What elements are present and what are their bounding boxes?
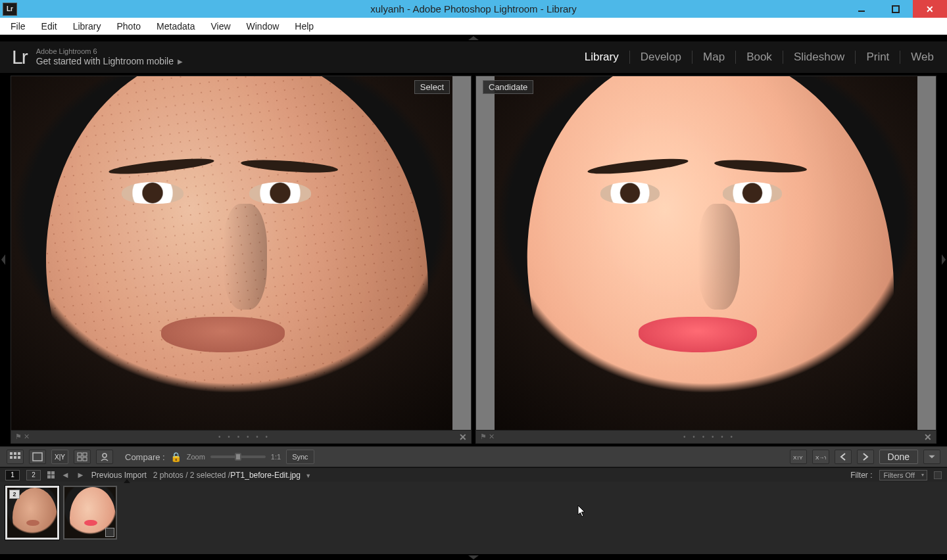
- svg-rect-2: [10, 452, 12, 455]
- compare-pane-candidate: Candidate ⚑ ✕ • • • • • •: [475, 76, 936, 444]
- select-close-icon[interactable]: ✕: [459, 432, 467, 442]
- candidate-close-icon[interactable]: ✕: [924, 432, 932, 442]
- candidate-scrollbar-left[interactable]: [476, 76, 495, 430]
- menu-window[interactable]: Window: [239, 19, 287, 34]
- compare-view: Select ⚑ ✕ • • • • • • ✕: [7, 73, 940, 446]
- svg-rect-5: [10, 456, 12, 459]
- loupe-view-button[interactable]: [29, 450, 46, 464]
- module-web[interactable]: Web: [900, 51, 934, 64]
- svg-rect-4: [18, 452, 20, 455]
- svg-text:X→Y: X→Y: [815, 455, 826, 461]
- svg-rect-10: [78, 453, 82, 456]
- menu-photo[interactable]: Photo: [109, 19, 149, 34]
- menu-edit[interactable]: Edit: [34, 19, 65, 34]
- window-title: xulyanh - Adobe Photoshop Lightroom - Li…: [370, 3, 577, 14]
- library-toolbar: X|Y Compare : 🔒 Zoom 1:1 Sync X↕Y X→Y Do…: [0, 446, 947, 467]
- app-icon: Lr: [3, 3, 17, 16]
- right-panel-handle[interactable]: [940, 73, 947, 446]
- identity-plate: Lr Adobe Lightroom 6 Get started with Li…: [12, 46, 183, 68]
- svg-rect-12: [78, 457, 82, 461]
- select-scrollbar[interactable]: [452, 76, 471, 430]
- make-select-button[interactable]: X→Y: [812, 450, 829, 464]
- grid-toggle-icon[interactable]: [47, 471, 55, 478]
- people-view-button[interactable]: [96, 450, 113, 464]
- lock-icon[interactable]: 🔒: [170, 452, 182, 462]
- module-develop[interactable]: Develop: [630, 51, 692, 64]
- candidate-image-viewport[interactable]: [476, 76, 936, 430]
- menu-help[interactable]: Help: [287, 19, 322, 34]
- module-picker: Library Develop Map Book Slideshow Print…: [574, 51, 934, 64]
- svg-rect-8: [33, 453, 42, 461]
- svg-rect-13: [83, 457, 87, 461]
- svg-rect-1: [892, 6, 899, 12]
- compare-pane-select: Select ⚑ ✕ • • • • • • ✕: [11, 76, 472, 444]
- candidate-photo: [495, 76, 917, 430]
- nav-back-icon[interactable]: ◄: [61, 470, 70, 480]
- current-filename: PT1_before-Edit.jpg: [230, 471, 301, 480]
- top-panel-handle[interactable]: [0, 35, 947, 41]
- mobile-link[interactable]: Get started with Lightroom mobile ▶: [36, 56, 183, 67]
- second-window-main[interactable]: 1: [5, 470, 20, 480]
- svg-text:X|Y: X|Y: [55, 454, 65, 461]
- module-library[interactable]: Library: [574, 51, 630, 64]
- select-image-viewport[interactable]: [11, 76, 471, 430]
- candidate-scrollbar-right[interactable]: [917, 76, 936, 430]
- candidate-pane-footer: ⚑ ✕ • • • • • • ✕: [476, 430, 936, 443]
- module-slideshow[interactable]: Slideshow: [783, 51, 856, 64]
- svg-rect-3: [14, 452, 16, 455]
- source-label[interactable]: Previous Import: [91, 471, 147, 480]
- app-version: Adobe Lightroom 6: [36, 47, 183, 56]
- module-bar: Lr Adobe Lightroom 6 Get started with Li…: [0, 41, 947, 73]
- select-flag-icons[interactable]: ⚑ ✕: [15, 432, 30, 441]
- filter-dropdown[interactable]: Filters Off ▾: [879, 470, 927, 480]
- second-window-alt[interactable]: 2: [26, 470, 41, 480]
- sync-button[interactable]: Sync: [286, 450, 314, 464]
- window-titlebar: Lr xulyanh - Adobe Photoshop Lightroom -…: [0, 0, 947, 18]
- thumbnail-1[interactable]: 2: [5, 486, 59, 540]
- svg-rect-6: [14, 456, 16, 459]
- grid-view-button[interactable]: [7, 450, 24, 464]
- filmstrip-header: 1 2 ◄ ► Previous Import 2 photos / 2 sel…: [0, 467, 947, 482]
- select-pane-footer: ⚑ ✕ • • • • • • ✕: [11, 430, 471, 443]
- module-book[interactable]: Book: [736, 51, 783, 64]
- candidate-rating-dots[interactable]: • • • • • •: [683, 433, 735, 440]
- prev-photo-button[interactable]: [835, 450, 852, 464]
- module-print[interactable]: Print: [856, 51, 900, 64]
- toolbar-menu-button[interactable]: [923, 450, 940, 464]
- nav-forward-icon[interactable]: ►: [76, 470, 85, 480]
- left-panel-handle[interactable]: [0, 73, 7, 446]
- menu-view[interactable]: View: [203, 19, 238, 34]
- filter-switch[interactable]: [934, 471, 942, 479]
- path-dropdown-icon[interactable]: ▼: [305, 473, 311, 479]
- survey-view-button[interactable]: [74, 450, 91, 464]
- thumbnail-2[interactable]: [63, 486, 117, 540]
- done-button[interactable]: Done: [879, 450, 918, 464]
- menu-library[interactable]: Library: [65, 19, 109, 34]
- pane-label-candidate: Candidate: [483, 80, 533, 94]
- svg-rect-7: [18, 456, 20, 459]
- menu-metadata[interactable]: Metadata: [149, 19, 203, 34]
- filmstrip-notch: [124, 479, 130, 483]
- next-photo-button[interactable]: [857, 450, 874, 464]
- module-map[interactable]: Map: [692, 51, 736, 64]
- candidate-flag-icons[interactable]: ⚑ ✕: [480, 432, 495, 441]
- thumbnail-2-metadata-icon: [105, 528, 114, 537]
- maximize-button[interactable]: [879, 0, 913, 18]
- svg-point-14: [103, 454, 107, 457]
- svg-rect-11: [83, 453, 87, 456]
- select-photo: [11, 76, 452, 430]
- lightroom-logo: Lr: [12, 46, 27, 68]
- close-button[interactable]: ✕: [913, 0, 947, 18]
- bottom-panel-handle[interactable]: [0, 554, 947, 560]
- minimize-button[interactable]: [844, 0, 879, 18]
- select-rating-dots[interactable]: • • • • • •: [218, 433, 270, 440]
- compare-view-button[interactable]: X|Y: [51, 450, 68, 464]
- compare-label: Compare :: [125, 452, 165, 462]
- swap-button[interactable]: X↕Y: [790, 450, 807, 464]
- zoom-slider[interactable]: [210, 455, 266, 458]
- filter-label: Filter :: [850, 471, 872, 480]
- content-area: Select ⚑ ✕ • • • • • • ✕: [0, 73, 947, 446]
- zoom-ratio: 1:1: [271, 453, 281, 461]
- filmstrip[interactable]: 2: [0, 482, 947, 554]
- menu-file[interactable]: File: [3, 19, 34, 34]
